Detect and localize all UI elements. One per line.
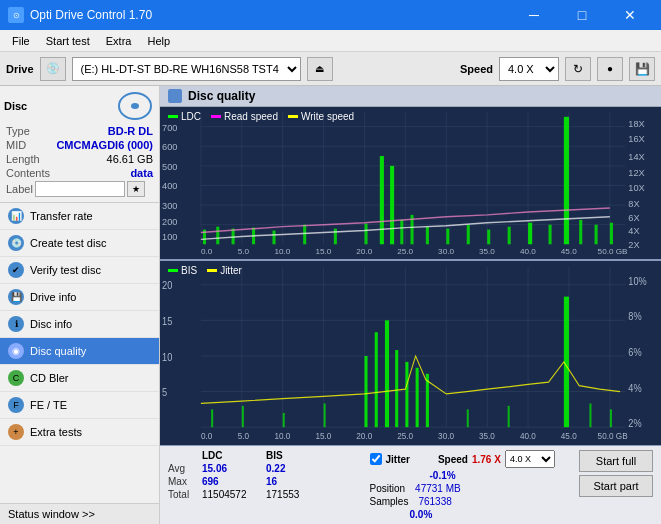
- drive-icon: 💿: [40, 57, 66, 81]
- svg-text:20.0: 20.0: [356, 430, 372, 441]
- svg-text:25.0: 25.0: [397, 430, 413, 441]
- upper-chart-legend: LDC Read speed Write speed: [168, 111, 354, 122]
- stats-avg-label: Avg: [168, 463, 198, 474]
- svg-rect-70: [160, 261, 661, 445]
- svg-text:35.0: 35.0: [479, 430, 495, 441]
- svg-rect-61: [467, 225, 470, 245]
- svg-text:5: 5: [162, 387, 168, 399]
- disc-quality-title: Disc quality: [188, 89, 255, 103]
- stats-avg-bis: 0.22: [266, 463, 326, 474]
- svg-text:6X: 6X: [628, 213, 639, 223]
- app-icon: ⊙: [8, 7, 24, 23]
- position-row: Position 47731 MB: [370, 483, 562, 494]
- svg-rect-109: [395, 350, 398, 427]
- nav-disc-quality[interactable]: ◉ Disc quality: [0, 338, 159, 365]
- start-full-button[interactable]: Start full: [579, 450, 653, 472]
- lower-chart: BIS Jitter: [160, 261, 661, 446]
- samples-row: Samples 761338: [370, 496, 562, 507]
- nav-extra-tests[interactable]: + Extra tests: [0, 419, 159, 446]
- svg-text:500: 500: [162, 162, 177, 172]
- disc-length-label: Length: [6, 153, 40, 165]
- write-speed-legend-dot: [288, 115, 298, 118]
- menubar: File Start test Extra Help: [0, 30, 661, 52]
- svg-text:12X: 12X: [628, 168, 644, 178]
- svg-rect-56: [390, 166, 394, 244]
- legend-read-speed: Read speed: [211, 111, 278, 122]
- app-title: Opti Drive Control 1.70: [30, 8, 152, 22]
- samples-value: 761338: [418, 496, 451, 507]
- bis-legend-label: BIS: [181, 265, 197, 276]
- save-button[interactable]: 💾: [629, 57, 655, 81]
- svg-text:10: 10: [162, 351, 173, 363]
- svg-rect-108: [385, 320, 389, 427]
- close-button[interactable]: ✕: [607, 0, 653, 30]
- svg-text:50.0 GB: 50.0 GB: [598, 247, 628, 256]
- drive-label: Drive: [6, 63, 34, 75]
- nav-cd-bler[interactable]: C CD Bler: [0, 365, 159, 392]
- nav-label-fe-te: FE / TE: [30, 399, 67, 411]
- menu-file[interactable]: File: [4, 33, 38, 49]
- lower-chart-legend: BIS Jitter: [168, 265, 242, 276]
- svg-rect-64: [528, 223, 532, 245]
- bis-legend-dot: [168, 269, 178, 272]
- status-window-btn[interactable]: Status window >>: [0, 503, 159, 524]
- disc-label-input[interactable]: [35, 181, 125, 197]
- svg-text:5.0: 5.0: [238, 430, 249, 441]
- menu-start-test[interactable]: Start test: [38, 33, 98, 49]
- jitter-header: Jitter Speed 1.76 X 4.0 X: [370, 450, 562, 468]
- nav-label-disc-info: Disc info: [30, 318, 72, 330]
- nav-verify-test-disc[interactable]: ✔ Verify test disc: [0, 257, 159, 284]
- disc-logo: [115, 90, 155, 122]
- speed-value-stat: 1.76 X: [472, 454, 501, 465]
- start-part-button[interactable]: Start part: [579, 475, 653, 497]
- nav-icon-verify: ✔: [8, 262, 24, 278]
- jitter-checkbox[interactable]: [370, 453, 382, 465]
- nav-fe-te[interactable]: F FE / TE: [0, 392, 159, 419]
- svg-text:300: 300: [162, 201, 177, 211]
- svg-text:4X: 4X: [628, 227, 639, 237]
- nav-icon-drive: 💾: [8, 289, 24, 305]
- legend-jitter: Jitter: [207, 265, 242, 276]
- eject-button[interactable]: ⏏: [307, 57, 333, 81]
- nav-label-create: Create test disc: [30, 237, 106, 249]
- disc-quality-icon: [168, 89, 182, 103]
- svg-rect-68: [595, 225, 598, 245]
- refresh-button[interactable]: ↻: [565, 57, 591, 81]
- svg-text:4%: 4%: [628, 382, 641, 394]
- menu-extra[interactable]: Extra: [98, 33, 140, 49]
- samples-label: Samples: [370, 496, 409, 507]
- stats-max-ldc: 696: [202, 476, 262, 487]
- main-layout: Disc Type BD-R DL MID CMCMAGDI6 (000) Le…: [0, 86, 661, 524]
- svg-text:16X: 16X: [628, 134, 644, 144]
- speed-selector[interactable]: 4.0 X: [499, 57, 559, 81]
- speed-label: Speed: [460, 63, 493, 75]
- nav-drive-info[interactable]: 💾 Drive info: [0, 284, 159, 311]
- maximize-button[interactable]: □: [559, 0, 605, 30]
- svg-text:8X: 8X: [628, 199, 639, 209]
- nav-transfer-rate[interactable]: 📊 Transfer rate: [0, 203, 159, 230]
- svg-rect-69: [610, 223, 613, 245]
- svg-rect-111: [416, 368, 419, 427]
- position-value: 47731 MB: [415, 483, 461, 494]
- menu-help[interactable]: Help: [139, 33, 178, 49]
- sidebar-nav: 📊 Transfer rate 💿 Create test disc ✔ Ver…: [0, 203, 159, 503]
- disc-type-label: Type: [6, 125, 30, 137]
- position-label: Position: [370, 483, 406, 494]
- disc-button[interactable]: ●: [597, 57, 623, 81]
- stats-jitter-speed: Jitter Speed 1.76 X 4.0 X -0.1% Position…: [370, 450, 562, 520]
- nav-create-test-disc[interactable]: 💿 Create test disc: [0, 230, 159, 257]
- svg-text:20: 20: [162, 280, 173, 292]
- jitter-label: Jitter: [386, 454, 410, 465]
- stats-total-row: Total 11504572 171553: [168, 489, 360, 500]
- disc-section-title: Disc: [4, 100, 27, 112]
- disc-label-btn[interactable]: ★: [127, 181, 145, 197]
- svg-text:5.0: 5.0: [238, 247, 250, 256]
- svg-text:18X: 18X: [628, 119, 644, 129]
- svg-rect-48: [216, 227, 219, 245]
- minimize-button[interactable]: ─: [511, 0, 557, 30]
- drive-selector[interactable]: (E:) HL-DT-ST BD-RE WH16NS58 TST4: [72, 57, 301, 81]
- jitter-max-value: 0.0%: [410, 509, 433, 520]
- nav-disc-info[interactable]: ℹ Disc info: [0, 311, 159, 338]
- nav-icon-fe-te: F: [8, 397, 24, 413]
- speed-select-stats[interactable]: 4.0 X: [505, 450, 555, 468]
